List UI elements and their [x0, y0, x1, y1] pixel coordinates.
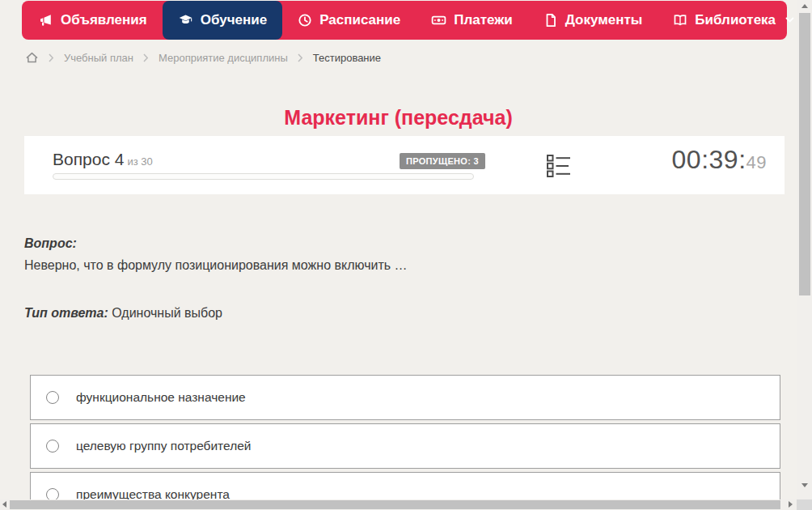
answer-options: функциональное назначение целевую группу… — [30, 375, 780, 499]
question-block: Вопрос: Неверно, что в формулу позициони… — [24, 236, 768, 321]
answer-option[interactable]: целевую группу потребителей — [30, 423, 780, 469]
answer-type-label: Тип ответа: — [24, 306, 108, 320]
question-number: Вопрос 4из 30 — [53, 150, 153, 169]
question-list-button[interactable] — [544, 151, 573, 181]
answer-option[interactable]: преимущества конкурента — [30, 472, 780, 499]
question-text: Неверно, что в формулу позиционирования … — [24, 258, 768, 273]
breadcrumb: Учебный план Мероприятие дисциплины Тест… — [25, 51, 381, 64]
question-progressbar — [53, 173, 474, 180]
scroll-left-button[interactable] — [2, 501, 6, 508]
graduation-cap-icon — [178, 13, 193, 28]
list-icon — [546, 153, 572, 179]
megaphone-icon — [39, 13, 53, 28]
breadcrumb-link-discipline-event[interactable]: Мероприятие дисциплины — [159, 52, 288, 64]
question-header-card: Вопрос 4из 30 ПРОПУЩЕНО: 3 00:39:49 — [24, 136, 785, 194]
breadcrumb-link-curriculum[interactable]: Учебный план — [64, 52, 133, 64]
nav-item-payments[interactable]: Платежи — [416, 1, 528, 40]
question-number-text: Вопрос 4 — [53, 150, 124, 168]
banknote-icon — [431, 13, 446, 28]
nav-item-label: Обучение — [201, 12, 267, 28]
timer-seconds: 49 — [746, 152, 767, 172]
nav-item-schedule[interactable]: Расписание — [282, 1, 416, 40]
nav-item-label: Объявления — [61, 12, 147, 28]
radio-button[interactable] — [46, 440, 59, 453]
nav-item-label: Платежи — [454, 12, 513, 28]
breadcrumb-chevron-icon — [298, 53, 303, 62]
radio-button[interactable] — [46, 391, 59, 404]
clock-icon — [298, 13, 312, 28]
main-navbar: Объявления Обучение Расписание — [22, 1, 787, 40]
option-label: функциональное назначение — [76, 390, 246, 405]
nav-item-announcements[interactable]: Объявления — [23, 1, 163, 40]
nav-item-label: Библиотека — [695, 12, 776, 28]
vertical-scrollbar[interactable] — [797, 0, 812, 499]
page-title: Маркетинг (пересдача) — [0, 106, 797, 130]
horizontal-scroll-thumb[interactable] — [10, 500, 780, 509]
answer-option[interactable]: функциональное назначение — [30, 375, 780, 420]
horizontal-scrollbar[interactable] — [0, 499, 797, 510]
scroll-down-button[interactable] — [801, 483, 808, 487]
scroll-up-button[interactable] — [801, 4, 808, 8]
book-icon — [673, 13, 687, 28]
scroll-right-button[interactable] — [789, 501, 793, 508]
nav-item-learning[interactable]: Обучение — [163, 1, 282, 40]
chevron-down-icon — [785, 17, 794, 23]
answer-type-value: Одиночный выбор — [112, 306, 222, 320]
breadcrumb-current-testing: Тестирование — [313, 52, 381, 64]
nav-item-documents[interactable]: Документы — [528, 1, 658, 40]
skipped-badge: ПРОПУЩЕНО: 3 — [400, 153, 485, 169]
document-icon — [543, 13, 558, 28]
nav-item-label: Расписание — [319, 12, 400, 28]
option-label: преимущества конкурента — [76, 487, 230, 499]
page-content: Объявления Обучение Расписание — [0, 0, 797, 499]
question-count: из 30 — [127, 155, 152, 168]
breadcrumb-chevron-icon — [49, 53, 54, 62]
nav-item-label: Документы — [565, 12, 643, 28]
option-label: целевую группу потребителей — [76, 439, 251, 453]
question-label: Вопрос: — [24, 236, 768, 251]
answer-type: Тип ответа: Одиночный выбор — [24, 306, 768, 321]
breadcrumb-chevron-icon — [143, 53, 149, 62]
radio-button[interactable] — [46, 488, 59, 499]
timer: 00:39:49 — [672, 145, 767, 175]
timer-main: 00:39: — [672, 145, 746, 174]
nav-item-library[interactable]: Библиотека — [658, 1, 797, 40]
home-icon[interactable] — [25, 51, 39, 64]
scrollbar-corner — [797, 499, 812, 510]
vertical-scroll-thumb[interactable] — [799, 13, 810, 295]
